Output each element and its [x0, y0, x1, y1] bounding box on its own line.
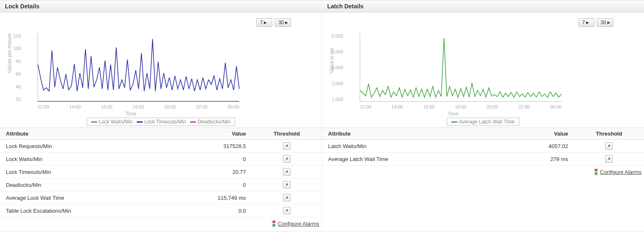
lock-table: Attribute Value Threshold Lock Requests/… — [0, 128, 322, 231]
table-row: Latch Waits/Min4057.02 — [322, 140, 644, 153]
lock-x-ticks: 12:0014:0016:0018:0020:0022:0000:00 — [38, 104, 239, 109]
col-value: Value — [178, 128, 252, 140]
range-label: 7 — [260, 20, 263, 25]
configure-alarms-label: Configure Alarms — [600, 169, 641, 175]
latch-table-body: Latch Waits/Min4057.02Average Latch Wait… — [322, 140, 644, 166]
threshold-cell — [252, 204, 322, 217]
threshold-link-icon[interactable] — [283, 207, 291, 214]
value-cell: 4057.02 — [500, 140, 574, 153]
attr-cell: Deadlocks/Min — [0, 179, 178, 191]
range-label: 30 — [278, 20, 284, 25]
latch-chart: Value in ms 5,0004,0003,0002,0001,000 12… — [345, 32, 561, 115]
lock-range-7-button[interactable]: 7 ▶ — [256, 18, 272, 27]
attr-cell: Average Lock Wait Time — [0, 191, 178, 204]
value-cell: 115,749 ms — [178, 191, 252, 204]
threshold-cell — [252, 140, 322, 153]
latch-range-30-button[interactable]: 30 ▶ — [597, 18, 613, 27]
latch-plot — [360, 33, 561, 102]
range-label: 7 — [582, 20, 585, 25]
threshold-cell — [574, 153, 644, 166]
lock-panel-title: Lock Details — [0, 0, 322, 13]
legend-entry: Lock Waits/Min — [99, 119, 133, 125]
threshold-link-icon[interactable] — [283, 181, 291, 189]
lock-chart: Values per minute 12010080604020 12:0014… — [23, 32, 239, 115]
col-threshold: Threshold — [574, 128, 644, 140]
threshold-link-icon[interactable] — [283, 155, 291, 163]
table-row: Average Lock Wait Time115,749 ms — [0, 191, 322, 204]
threshold-link-icon[interactable] — [283, 142, 291, 150]
table-row: Lock Timeouts/Min20.77 — [0, 166, 322, 179]
lock-y-ticks: 12010080604020 — [8, 33, 21, 102]
threshold-cell — [252, 179, 322, 191]
value-cell: 317528.5 — [178, 140, 252, 153]
lock-x-axis-label: Time — [23, 111, 239, 117]
latch-x-axis-label: Time — [345, 111, 561, 117]
col-attribute: Attribute — [322, 128, 500, 140]
table-row: Average Latch Wait Time279 ms — [322, 153, 644, 166]
threshold-cell — [252, 191, 322, 204]
lock-chart-area: 7 ▶ 30 ▶ Values per minute 1201008060402… — [0, 13, 322, 128]
threshold-link-icon[interactable] — [283, 168, 291, 176]
value-cell: 0 — [178, 179, 252, 191]
attr-cell: Table Lock Escalations/Min — [0, 204, 178, 217]
attr-cell: Lock Requests/Min — [0, 140, 178, 153]
play-icon: ▶ — [285, 21, 288, 25]
value-cell: 279 ms — [500, 153, 574, 166]
latch-configure-row: Configure Alarms — [322, 166, 644, 180]
latch-panel-title: Latch Details — [322, 0, 644, 13]
play-icon: ▶ — [264, 21, 267, 25]
legend-entry: Average Latch Wait Time — [459, 119, 514, 125]
play-icon: ▶ — [607, 21, 610, 25]
latch-chart-area: 7 ▶ 30 ▶ Value in ms 5,0004,0003,0002,00… — [322, 13, 644, 128]
traffic-light-icon — [272, 220, 276, 227]
lock-legend: Lock Waits/Min Lock Timeouts/Min Deadloc… — [87, 118, 235, 126]
lock-range-30-button[interactable]: 30 ▶ — [275, 18, 291, 27]
col-threshold: Threshold — [252, 128, 322, 140]
configure-alarms-label: Configure Alarms — [278, 221, 319, 227]
threshold-link-icon[interactable] — [605, 155, 613, 163]
value-cell: 0 — [178, 153, 252, 166]
latch-x-ticks: 12:0014:0016:0018:0020:0022:0000:00 — [360, 104, 561, 109]
latch-legend: Average Latch Wait Time — [447, 118, 519, 126]
attr-cell: Latch Waits/Min — [322, 140, 500, 153]
table-row: Deadlocks/Min0 — [0, 179, 322, 191]
latch-y-ticks: 5,0004,0003,0002,0001,000 — [331, 33, 343, 102]
attr-cell: Lock Waits/Min — [0, 153, 178, 166]
lock-details-panel: Lock Details 7 ▶ 30 ▶ Values per minute … — [0, 0, 322, 231]
threshold-cell — [252, 166, 322, 179]
value-cell: 20.77 — [178, 166, 252, 179]
threshold-link-icon[interactable] — [605, 142, 613, 150]
latch-range-7-button[interactable]: 7 ▶ — [579, 18, 594, 27]
latch-details-panel: Latch Details 7 ▶ 30 ▶ Value in ms 5,000… — [322, 0, 644, 231]
legend-entry: Lock Timeouts/Min — [144, 119, 186, 125]
latch-configure-alarms-link[interactable]: Configure Alarms — [594, 168, 641, 176]
table-row: Lock Requests/Min317528.5 — [0, 140, 322, 153]
attr-cell: Lock Timeouts/Min — [0, 166, 178, 179]
lock-table-body: Lock Requests/Min317528.5Lock Waits/Min0… — [0, 140, 322, 217]
threshold-link-icon[interactable] — [283, 194, 291, 201]
col-attribute: Attribute — [0, 128, 178, 140]
traffic-light-icon — [594, 168, 598, 176]
lock-configure-row: Configure Alarms — [0, 217, 322, 231]
col-value: Value — [500, 128, 574, 140]
attr-cell: Average Latch Wait Time — [322, 153, 500, 166]
play-icon: ▶ — [586, 21, 589, 25]
table-row: Lock Waits/Min0 — [0, 153, 322, 166]
latch-table: Attribute Value Threshold Latch Waits/Mi… — [322, 128, 644, 179]
threshold-cell — [252, 153, 322, 166]
value-cell: 0.0 — [178, 204, 252, 217]
lock-plot — [38, 33, 239, 102]
threshold-cell — [574, 140, 644, 153]
lock-configure-alarms-link[interactable]: Configure Alarms — [272, 220, 319, 227]
table-row: Table Lock Escalations/Min0.0 — [0, 204, 322, 217]
legend-entry: Deadlocks/Min — [198, 119, 231, 125]
range-label: 30 — [601, 20, 606, 25]
